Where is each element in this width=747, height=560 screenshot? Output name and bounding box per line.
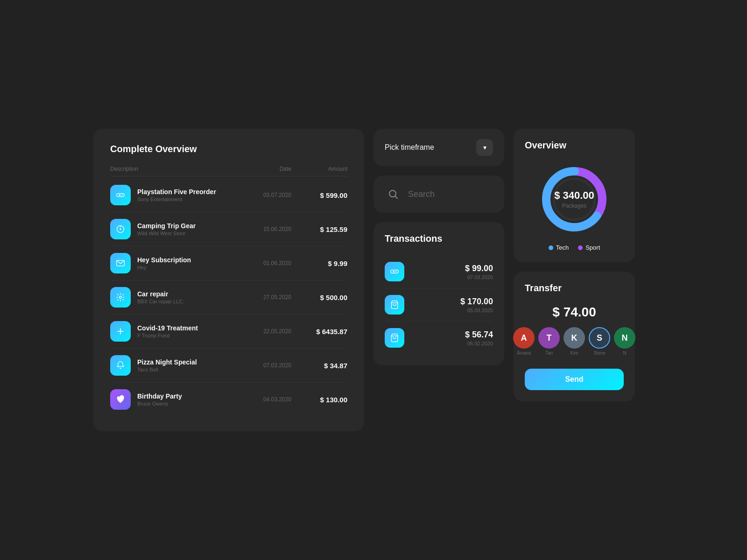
tx-sub: Taco Bell [137, 367, 197, 372]
tx-date: 22.05.2020 [235, 328, 291, 335]
tx-details: Covid-19 Treatment F Trump Fund [137, 324, 198, 338]
legend-sport: Sport [578, 244, 600, 251]
mini-transactions-list: $ 99.00 07.03.2020 $ 170.00 05.03.2020 $… [385, 255, 493, 354]
mini-tx-row: $ 170.00 05.03.2020 [385, 288, 493, 322]
tx-details: Camping Trip Gear Wild Wild West Store [137, 222, 196, 236]
tx-info: Camping Trip Gear Wild Wild West Store [110, 219, 235, 239]
mini-tx-right: $ 56.74 06.02.2020 [465, 330, 493, 346]
tx-name: Covid-19 Treatment [137, 324, 198, 332]
sport-dot [578, 245, 583, 250]
tx-sub: Sony Entertainment [137, 196, 216, 202]
mini-tx-row: $ 99.00 07.03.2020 [385, 255, 493, 288]
search-card [374, 175, 504, 213]
avatar-item[interactable]: A Amara [513, 327, 535, 356]
svg-point-2 [122, 195, 123, 196]
right-column: Overview $ 340.00 Packages [514, 129, 635, 401]
tx-sub: F Trump Fund [137, 333, 198, 338]
tx-info: Covid-19 Treatment F Trump Fund [110, 321, 235, 342]
mini-tx-date: 06.02.2020 [465, 341, 493, 346]
avatar-item[interactable]: N N [614, 327, 635, 356]
mini-tx-date: 05.03.2020 [460, 308, 493, 313]
mini-transactions-card: Transactions $ 99.00 07.03.2020 $ 170.00… [374, 222, 504, 365]
tx-info: Car repair BBX Car repair LLC. [110, 287, 235, 308]
table-row: Birthday Party Bruce Owens 04.03.2020 $ … [110, 383, 347, 416]
donut-title: Overview [525, 140, 624, 151]
tx-details: Birthday Party Bruce Owens [137, 392, 182, 406]
tx-icon [110, 287, 131, 308]
tx-name: Playstation Five Preorder [137, 188, 216, 196]
svg-point-7 [120, 296, 122, 299]
table-header: Description Date Amount [110, 166, 347, 176]
mini-tx-amount: $ 56.74 [465, 330, 493, 340]
middle-column: Pick timeframe ▾ Transactions $ 99.00 [374, 129, 504, 401]
donut-label: Packages [554, 203, 594, 209]
tx-icon [110, 219, 131, 239]
donut-container: $ 340.00 Packages [525, 162, 624, 237]
tx-details: Car repair BBX Car repair LLC. [137, 290, 184, 304]
tx-date: 07.03.2020 [235, 362, 291, 369]
avatar-name: Kim [570, 350, 578, 356]
col-description: Description [110, 166, 235, 172]
col-amount: Amount [291, 166, 347, 172]
legend-tech: Tech [549, 244, 569, 251]
avatar-name: N [623, 350, 626, 356]
avatar: A [513, 327, 535, 349]
tx-amount: $ 9.99 [291, 259, 347, 267]
tx-details: Hey Subscription Hey [137, 256, 191, 270]
table-row: Hey Subscription Hey 01.06.2020 $ 9.99 [110, 246, 347, 280]
tx-icon [110, 355, 131, 376]
mini-transactions-title: Transactions [385, 233, 493, 244]
avatar: T [538, 327, 560, 349]
avatar: K [564, 327, 585, 349]
search-input[interactable] [408, 189, 493, 199]
mini-tx-icon [385, 295, 404, 315]
svg-point-10 [120, 368, 121, 369]
donut-card: Overview $ 340.00 Packages [514, 129, 635, 262]
tx-info: Pizza Night Special Taco Bell [110, 355, 235, 376]
tx-amount: $ 130.00 [291, 396, 347, 404]
sport-label: Sport [585, 244, 600, 251]
avatar-item[interactable]: S Steve [589, 327, 610, 356]
donut-amount: $ 340.00 [554, 189, 594, 202]
tx-icon [110, 321, 131, 342]
tx-name: Birthday Party [137, 392, 182, 400]
avatar-name: Steve [593, 350, 606, 356]
timeframe-label: Pick timeframe [385, 143, 434, 152]
svg-point-4 [120, 228, 121, 230]
overview-title: Complete Overview [110, 144, 347, 154]
svg-point-15 [396, 272, 397, 273]
table-row: Camping Trip Gear Wild Wild West Store 1… [110, 212, 347, 246]
tx-details: Playstation Five Preorder Sony Entertain… [137, 188, 216, 202]
mini-tx-amount: $ 170.00 [460, 297, 493, 307]
timeframe-card: Pick timeframe ▾ [374, 129, 504, 166]
avatar-item[interactable]: T Tan [538, 327, 560, 356]
mini-tx-icon [385, 262, 404, 281]
svg-line-12 [395, 196, 398, 199]
mini-tx-date: 07.03.2020 [465, 274, 493, 280]
donut-center: $ 340.00 Packages [554, 189, 594, 209]
mini-tx-right: $ 170.00 05.03.2020 [460, 297, 493, 313]
svg-point-1 [122, 194, 123, 195]
tx-info: Playstation Five Preorder Sony Entertain… [110, 185, 235, 205]
tx-name: Camping Trip Gear [137, 222, 196, 230]
overview-card: Complete Overview Description Date Amoun… [93, 129, 364, 431]
col-date: Date [235, 166, 291, 172]
tx-icon [110, 185, 131, 205]
tx-details: Pizza Night Special Taco Bell [137, 358, 197, 372]
tx-amount: $ 599.00 [291, 191, 347, 199]
mini-tx-amount: $ 99.00 [465, 264, 493, 273]
tx-name: Pizza Night Special [137, 358, 197, 366]
transfer-amount: $ 74.00 [525, 305, 624, 320]
tech-dot [549, 245, 553, 250]
tx-name: Car repair [137, 290, 184, 298]
tx-sub: Bruce Owens [137, 401, 182, 406]
avatar-name: Tan [545, 350, 553, 356]
mini-tx-icon [385, 328, 404, 348]
send-button[interactable]: Send [525, 369, 624, 390]
tx-amount: $ 125.59 [291, 225, 347, 233]
tx-date: 27.05.2020 [235, 294, 291, 301]
timeframe-dropdown-button[interactable]: ▾ [476, 139, 493, 156]
tx-amount: $ 34.87 [291, 362, 347, 370]
avatar-item[interactable]: K Kim [564, 327, 585, 356]
tx-date: 04.03.2020 [235, 396, 291, 403]
